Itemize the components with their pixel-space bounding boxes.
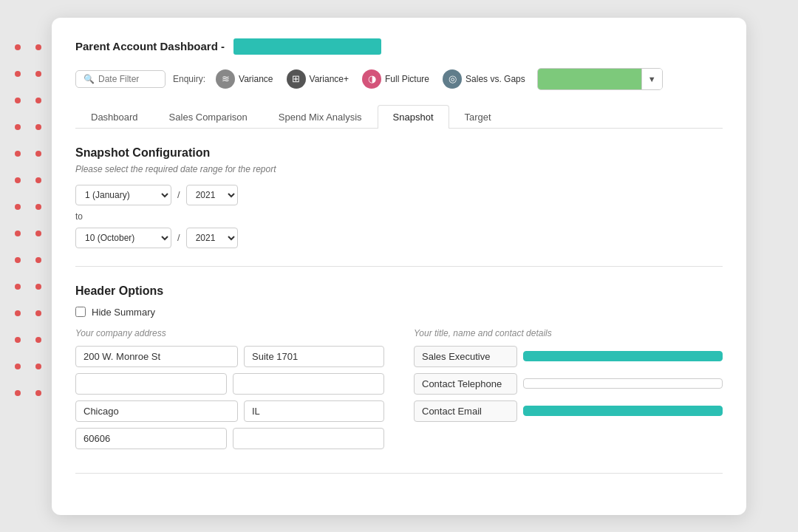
variance-label: Variance xyxy=(239,74,273,84)
to-month-select[interactable]: 1 (January) 2 (February) 3 (March) 4 (Ap… xyxy=(75,228,171,248)
tab-bar: Dashboard Sales Comparison Spend Mix Ana… xyxy=(75,105,723,129)
full-picture-label: Full Picture xyxy=(385,74,429,84)
enquiry-label: Enquiry: xyxy=(173,74,205,84)
address-zip2-input[interactable] xyxy=(233,428,384,449)
tab-spend-mix-analysis[interactable]: Spend Mix Analysis xyxy=(263,105,378,129)
header-row: Parent Account Dashboard - xyxy=(75,38,723,55)
header-options-section: Header Options Hide Summary Your company… xyxy=(75,284,723,455)
address-suite-input[interactable] xyxy=(244,346,384,367)
section-divider-2 xyxy=(75,473,723,474)
contact-telephone-value[interactable] xyxy=(523,378,723,389)
company-address-col: Your company address xyxy=(75,328,384,455)
address-row-2 xyxy=(75,373,384,395)
variance-plus-label: Variance+ xyxy=(310,74,349,84)
sales-vs-gaps-label: Sales vs. Gaps xyxy=(466,74,525,84)
address-row-4 xyxy=(75,428,384,449)
to-slash: / xyxy=(177,232,180,243)
sales-executive-value[interactable] xyxy=(523,351,723,361)
variance-plus-button[interactable]: ⊞ Variance+ xyxy=(282,66,353,92)
page-title: Parent Account Dashboard - xyxy=(75,40,225,52)
from-slash: / xyxy=(177,189,180,200)
hide-summary-checkbox[interactable] xyxy=(75,307,86,317)
header-options-title: Header Options xyxy=(75,284,723,298)
contact-details-label: Your title, name and contact details xyxy=(414,328,723,338)
from-month-select[interactable]: 1 (January) 2 (February) 3 (March) 4 (Ap… xyxy=(75,185,171,205)
address-line2a-input[interactable] xyxy=(75,373,227,395)
contact-telephone-label: Contact Telephone xyxy=(414,373,517,395)
from-year-select[interactable]: 2019 2020 2021 2022 xyxy=(186,185,238,205)
search-icon: 🔍 xyxy=(83,74,95,84)
from-date-row: 1 (January) 2 (February) 3 (March) 4 (Ap… xyxy=(75,185,723,205)
snapshot-config-title: Snapshot Configuration xyxy=(75,146,723,160)
green-bar-chevron-icon[interactable]: ▼ xyxy=(641,69,662,89)
address-state-input[interactable] xyxy=(244,400,384,422)
to-date-selects-row: 1 (January) 2 (February) 3 (March) 4 (Ap… xyxy=(75,228,723,248)
date-filter-input[interactable] xyxy=(98,74,157,84)
contact-email-value[interactable] xyxy=(523,406,723,416)
contact-email-label: Contact Email xyxy=(414,400,517,422)
variance-plus-icon: ⊞ xyxy=(287,69,306,89)
to-year-select[interactable]: 2019 2020 2021 2022 xyxy=(186,228,238,248)
sales-vs-gaps-icon: ◎ xyxy=(443,69,462,89)
tab-sales-comparison[interactable]: Sales Comparison xyxy=(154,105,263,129)
address-row-1 xyxy=(75,346,384,367)
contact-details-col: Your title, name and contact details Sal… xyxy=(414,328,723,455)
address-zip-input[interactable] xyxy=(75,428,227,449)
hide-summary-row: Hide Summary xyxy=(75,307,723,318)
toolbar: 🔍 Enquiry: ≋ Variance ⊞ Variance+ ◑ Full… xyxy=(75,66,723,92)
date-filter-search[interactable]: 🔍 xyxy=(75,70,166,88)
full-picture-button[interactable]: ◑ Full Picture xyxy=(358,66,434,92)
to-label: to xyxy=(75,211,90,222)
account-name-bar xyxy=(233,38,381,55)
address-street-input[interactable] xyxy=(75,346,238,367)
hide-summary-label: Hide Summary xyxy=(92,307,155,318)
two-col-layout: Your company address xyxy=(75,328,723,455)
tab-dashboard[interactable]: Dashboard xyxy=(75,105,154,129)
variance-icon: ≋ xyxy=(216,69,235,89)
snapshot-config-section: Snapshot Configuration Please select the… xyxy=(75,146,723,248)
to-date-row: to xyxy=(75,211,723,222)
main-card: Parent Account Dashboard - 🔍 Enquiry: ≋ … xyxy=(52,18,746,515)
address-row-3 xyxy=(75,400,384,422)
sales-executive-row: Sales Executive xyxy=(414,346,723,367)
contact-telephone-row: Contact Telephone xyxy=(414,373,723,395)
snapshot-config-subtitle: Please select the required date range fo… xyxy=(75,164,723,174)
green-bar-dropdown[interactable]: ▼ xyxy=(537,68,663,90)
contact-email-row: Contact Email xyxy=(414,400,723,422)
address-city-input[interactable] xyxy=(75,400,238,422)
section-divider-1 xyxy=(75,266,723,267)
sales-executive-label: Sales Executive xyxy=(414,346,517,367)
tab-snapshot[interactable]: Snapshot xyxy=(378,105,449,129)
full-picture-icon: ◑ xyxy=(362,69,381,89)
address-line2b-input[interactable] xyxy=(233,373,384,395)
sales-vs-gaps-button[interactable]: ◎ Sales vs. Gaps xyxy=(438,66,530,92)
green-bar-value xyxy=(538,69,641,89)
tab-target[interactable]: Target xyxy=(449,105,507,129)
company-address-label: Your company address xyxy=(75,328,384,338)
variance-button[interactable]: ≋ Variance xyxy=(211,66,277,92)
